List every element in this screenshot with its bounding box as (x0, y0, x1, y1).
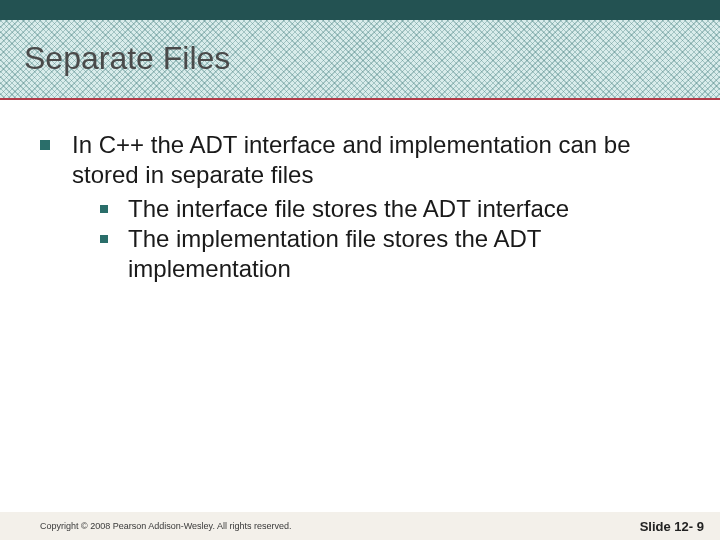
square-bullet-icon (100, 205, 108, 213)
bullet-text: The implementation file stores the ADT i… (128, 224, 690, 284)
bullet-text: The interface file stores the ADT interf… (128, 194, 690, 224)
bullet-level2: The interface file stores the ADT interf… (100, 194, 690, 224)
square-bullet-icon (100, 235, 108, 243)
bullet-text: In C++ the ADT interface and implementat… (72, 130, 690, 190)
bullet-level2-group: The interface file stores the ADT interf… (100, 194, 690, 284)
slide-title: Separate Files (24, 40, 230, 77)
slide-footer: Copyright © 2008 Pearson Addison-Wesley.… (0, 512, 720, 540)
slide-header: Separate Files (0, 0, 720, 100)
square-bullet-icon (40, 140, 50, 150)
header-underline (0, 98, 720, 100)
slide-body: In C++ the ADT interface and implementat… (40, 130, 690, 284)
slide: Separate Files In C++ the ADT interface … (0, 0, 720, 540)
slide-number: Slide 12- 9 (640, 519, 704, 534)
bullet-level1: In C++ the ADT interface and implementat… (40, 130, 690, 190)
bullet-level2: The implementation file stores the ADT i… (100, 224, 690, 284)
header-top-strip (0, 0, 720, 20)
copyright-text: Copyright © 2008 Pearson Addison-Wesley.… (40, 521, 291, 531)
